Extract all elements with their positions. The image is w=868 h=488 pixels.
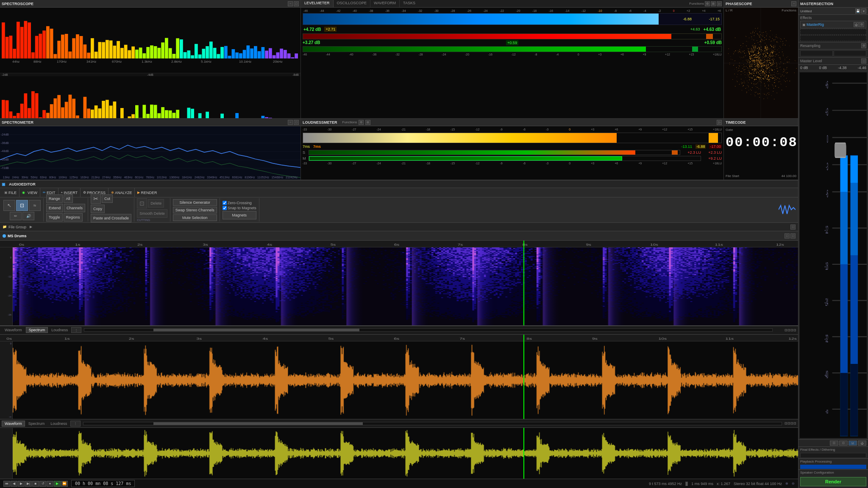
transport-play[interactable]: ▶ — [18, 481, 25, 487]
preset-save-btn[interactable]: 💾 — [855, 8, 860, 14]
smooth-delete-btn[interactable]: Smooth Delete — [137, 209, 167, 218]
fader-btn-4[interactable]: ⏻ — [858, 441, 866, 446]
menu-render[interactable]: RENDER — [141, 191, 157, 195]
transport-record[interactable]: ● — [47, 481, 53, 487]
all-btn[interactable]: All — [64, 194, 73, 203]
tool-pencil[interactable]: ✏ — [10, 212, 22, 220]
tool-wave[interactable]: ≈ — [29, 200, 41, 211]
fader-btn-3[interactable]: M — [849, 441, 857, 446]
transport-play2[interactable]: ▶ — [54, 481, 61, 487]
channels-btn[interactable]: Channels — [64, 204, 85, 212]
transport-end[interactable]: ⏩ — [61, 481, 68, 487]
status-zoom-out[interactable]: ⊖ — [792, 482, 795, 486]
phasescope-btn[interactable]: − — [791, 1, 796, 6]
loudness-controls[interactable]: ▷ — [717, 120, 722, 125]
spectrum-scroll-thumb[interactable] — [153, 329, 360, 331]
resampling-slot-1[interactable] — [800, 50, 833, 56]
lm-extra-btn[interactable]: ▷ — [717, 1, 722, 6]
loudness-tab-1[interactable]: Loudness — [49, 327, 70, 333]
fader-btn-2[interactable]: ⊡ — [839, 441, 848, 446]
crop-icon[interactable]: ⊡ — [137, 198, 147, 208]
masterrig-settings-btn[interactable]: ⚙ — [859, 22, 864, 27]
swap-stereo-btn[interactable]: Swap Stereo Channels — [173, 207, 217, 214]
snap-magnets-check[interactable]: Snap to Magnets — [223, 206, 256, 210]
preset-arrow-btn[interactable]: ▼ — [861, 8, 866, 14]
spectroscope-btn-1[interactable]: − — [288, 1, 293, 6]
loudness-settings[interactable]: ⚙ — [359, 120, 364, 125]
regions-btn[interactable]: Regions — [64, 213, 83, 222]
fader-btn-1[interactable]: ⊡ — [830, 441, 838, 446]
effect-slot-2[interactable] — [800, 29, 866, 35]
mute-sel-btn[interactable]: Mute Selection — [173, 214, 217, 221]
render-btn[interactable]: Render — [800, 477, 866, 486]
spectrometer-controls[interactable]: − □ — [288, 120, 299, 125]
masterrig-power-btn[interactable]: ⏻ — [854, 22, 859, 27]
svg-text:-18: -18 — [825, 260, 828, 272]
final-effects-slot[interactable] — [800, 453, 866, 458]
toggle-btn[interactable]: Toggle — [46, 213, 63, 222]
range-btn[interactable]: Range — [46, 194, 63, 203]
magnets-btn[interactable]: Magnets — [223, 211, 256, 219]
loudness-expand[interactable]: ⊞ — [365, 120, 370, 125]
silence-gen-btn[interactable]: Silence Generator — [173, 199, 217, 206]
fg-btn-1[interactable]: □ — [790, 225, 796, 230]
delete-btn[interactable]: Delete — [148, 199, 164, 208]
copy-btn[interactable]: Copy — [91, 205, 105, 213]
tab-levelmeter[interactable]: LEVELMETER — [301, 0, 334, 7]
loudness-btn[interactable]: ▷ — [717, 120, 722, 125]
transport-stop[interactable]: ■ — [32, 481, 39, 487]
lm-expand-btn[interactable]: ⊞ — [711, 1, 716, 6]
waveform-scroll-thumb[interactable] — [153, 422, 363, 425]
menu-file[interactable]: FILE — [8, 191, 17, 195]
spectrometer-btn-1[interactable]: − — [288, 120, 293, 125]
track-zoom-handle2[interactable]: ⋮ — [70, 421, 81, 427]
menu-edit[interactable]: EDIT — [47, 191, 56, 195]
tool-zoom[interactable]: 🔊 — [22, 212, 34, 220]
loudness-tab-2[interactable]: Loudness — [48, 421, 70, 426]
extend-btn[interactable]: Extend — [46, 204, 63, 212]
paste-btn[interactable]: Paste and Crossfade — [91, 214, 131, 222]
file-group-arrow[interactable]: ▶ — [30, 225, 32, 229]
spectrum-scrollbar[interactable] — [84, 328, 773, 332]
transport-beginning[interactable]: ⏮ — [3, 481, 10, 487]
timecode-gate-label: Gate — [726, 128, 733, 132]
waveform-tab-1[interactable]: Waveform — [2, 327, 25, 333]
resampling-slot-2[interactable] — [834, 50, 866, 56]
menu-insert[interactable]: INSERT — [64, 191, 78, 195]
snap-magnets-checkbox[interactable] — [223, 206, 227, 210]
tool-arrow[interactable]: ↖ — [3, 200, 15, 211]
transport-next[interactable]: ▶| — [25, 481, 32, 487]
tool-range[interactable]: ⊡ — [16, 200, 28, 211]
cut-icon[interactable]: ✂ — [91, 194, 101, 204]
svg-rect-14 — [54, 54, 57, 58]
track-btn-1[interactable]: □ — [785, 233, 790, 238]
resampling-settings[interactable]: ⚙ — [861, 43, 866, 48]
cut-btn[interactable]: Cut — [102, 194, 113, 203]
spectrum-tab-2[interactable]: Spectrum — [26, 421, 47, 426]
zero-crossing-check[interactable]: Zero-Crossing — [223, 201, 256, 205]
phasescope-controls[interactable]: − — [791, 1, 796, 6]
transport-loop[interactable]: ↺ — [39, 481, 46, 487]
status-zoom-in[interactable]: ⊕ — [785, 482, 788, 486]
track-btn-2[interactable]: □ — [790, 233, 796, 238]
menu-view[interactable]: VIEW — [28, 191, 37, 195]
transport-prev[interactable]: ◀ — [11, 481, 17, 487]
tab-waveform[interactable]: WAVEFORM — [370, 0, 400, 7]
spectrometer-btn-2[interactable]: □ — [294, 120, 299, 125]
waveform-tab-active[interactable]: Waveform — [2, 421, 25, 427]
effect-slot-3[interactable] — [800, 35, 866, 41]
spectroscope-btn-2[interactable]: □ — [294, 1, 299, 6]
svg-rect-52 — [195, 44, 198, 58]
levelmeter-tabs[interactable]: LEVELMETER OSCILLOSCOPE WAVEFORM TASKS F… — [301, 0, 723, 8]
spectroscope-controls[interactable]: − □ — [288, 1, 299, 6]
lm-settings-btn[interactable]: ⚙ — [705, 1, 710, 6]
tab-oscilloscope[interactable]: OSCILLOSCOPE — [334, 0, 371, 7]
tab-tasks[interactable]: TASKS — [400, 0, 419, 7]
waveform-scrollbar[interactable] — [83, 422, 782, 425]
track-zoom-handle[interactable]: ⋮ — [71, 327, 81, 333]
loudness-functions[interactable]: Functions — [342, 120, 357, 124]
functions-btn[interactable]: Functions — [689, 2, 704, 6]
spectrum-tab-1[interactable]: Spectrum — [26, 327, 48, 333]
zero-crossing-checkbox[interactable] — [223, 201, 227, 205]
master-level-expand[interactable]: □ — [861, 58, 866, 64]
